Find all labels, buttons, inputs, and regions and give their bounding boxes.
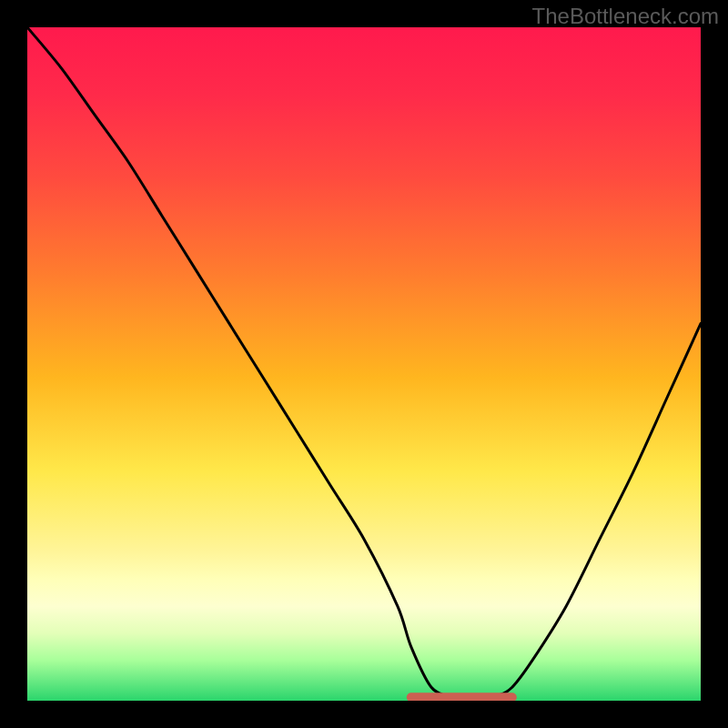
chart-container: TheBottleneck.com: [0, 0, 728, 728]
bottleneck-curve: [27, 27, 701, 698]
watermark-text: TheBottleneck.com: [532, 4, 719, 29]
chart-overlay-svg: [27, 27, 701, 701]
plot-area: [27, 27, 701, 701]
